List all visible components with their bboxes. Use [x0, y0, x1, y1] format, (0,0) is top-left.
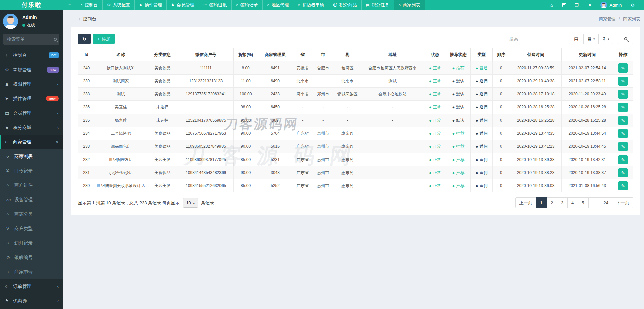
breadcrumb-merchant-list[interactable]: 商家列表 [623, 17, 640, 21]
topnav-item-sign-progress[interactable]: ⋯签约进度 [199, 0, 231, 10]
user-menu[interactable]: Admin [596, 2, 626, 8]
detail-view-button[interactable]: ▤ [569, 34, 584, 44]
sidebar-item-merchant-category[interactable]: ○商家分类 [0, 207, 63, 221]
topnav-item-points-goods[interactable]: Ⓟ积分商品 [329, 0, 361, 10]
sidebar-item-coupon[interactable]: ⚑优惠券‹ [0, 294, 63, 308]
status-label: 推荐 [456, 65, 464, 70]
sidebar-item-device[interactable]: AD设备管理 [0, 192, 63, 207]
edit-button[interactable]: ✎ [618, 63, 628, 73]
sidebar-item-label: 商家申请 [14, 269, 33, 275]
cell-admin_id: 5704 [258, 127, 292, 140]
page-5[interactable]: 5 [578, 197, 589, 208]
cell-action: ✎ [613, 127, 633, 140]
sidebar-item-points-mall[interactable]: ★积分商城‹ [0, 120, 63, 135]
cell-province: - [292, 101, 313, 114]
sidebar-item-merchant-entry[interactable]: ○商户进件 [0, 178, 63, 192]
settings-gears-icon[interactable]: ⚙ [626, 0, 639, 10]
breadcrumb-merchant-management[interactable]: 商家管理 [599, 17, 616, 21]
status-dot-icon: ● [452, 92, 455, 97]
circle-icon: ○ [298, 3, 300, 7]
topnav-item-member[interactable]: ♟会员管理 [166, 0, 199, 10]
page-2[interactable]: 2 [547, 197, 557, 208]
sidebar-item-dashboard[interactable]: ◔控制台hot [0, 48, 63, 62]
table-row-231: 231小茶里奶茶店美食饮品10984144354348236990.003048… [78, 166, 633, 179]
edit-button[interactable]: ✎ [618, 77, 628, 86]
sidebar-item-member[interactable]: ▤会员管理‹ [0, 106, 63, 120]
status-dot-icon: ● [452, 170, 455, 175]
status-label: 推荐 [456, 131, 464, 136]
sidebar-item-permission[interactable]: ♟权限管理‹ [0, 77, 63, 91]
edit-button[interactable]: ✎ [618, 129, 628, 138]
sidebar-toggle-button[interactable]: ≡ [63, 0, 76, 10]
top-navigation: ≡ ◔控制台⚙系统配置➤插件管理♟会员管理⋯签约进度○签约记录○地区代理○拓店者… [63, 0, 425, 10]
page-next[interactable]: 下一页 [612, 197, 633, 208]
toolbar-right: ▤ ▦▾ ↧▾ [506, 34, 633, 44]
topnav-item-label: 签约记录 [240, 2, 258, 8]
export-button[interactable]: ↧▾ [598, 34, 613, 44]
fullscreen-icon[interactable]: ✕ [583, 0, 597, 10]
column-header-type: 类型 [471, 48, 493, 61]
sidebar-item-general[interactable]: ⚙常规管理new [0, 62, 63, 77]
sidebar-item-plugin[interactable]: ➤插件管理new [0, 91, 63, 106]
column-header-address: 地址 [361, 48, 424, 61]
app-logo[interactable]: 付乐啦 [0, 0, 63, 10]
trash-icon[interactable] [558, 0, 570, 10]
topnav-item-region-agent[interactable]: ○地区代理 [262, 0, 293, 10]
caret-down-icon: ▾ [593, 37, 595, 41]
page-4[interactable]: 4 [567, 197, 578, 208]
edit-button[interactable]: ✎ [618, 168, 628, 177]
column-header-discount: 折扣(%) [234, 48, 258, 61]
cell-address [361, 140, 424, 153]
table-search-input[interactable] [506, 34, 563, 44]
sidebar-item-order[interactable]: ○订单管理‹ [0, 279, 63, 294]
topnav-item-dashboard[interactable]: ◔控制台 [76, 0, 102, 10]
sidebar-item-merchant-type[interactable]: V商户类型 [0, 221, 63, 236]
page-3[interactable]: 3 [557, 197, 568, 208]
menu-search-button[interactable] [54, 37, 57, 42]
refresh-button[interactable]: ↻ [78, 34, 91, 44]
table-row-232: 232世纪阁理发店美容美发11098600937817702585.005231… [78, 153, 633, 166]
sidebar-item-merchant[interactable]: ○商家管理∨ [0, 135, 63, 149]
page-24[interactable]: 24 [600, 197, 612, 208]
sidebar-item-merchant-apply[interactable]: ○商家申请 [0, 265, 63, 279]
sidebar-item-label: 优惠券 [13, 298, 27, 304]
cell-wechat_no: 120757566782717953 [178, 127, 234, 140]
cell-type: ●返佣 [471, 179, 493, 192]
topnav-item-sign-record[interactable]: ○签约记录 [231, 0, 262, 10]
cell-updated_at: 2021-02-07 22:58:11 [561, 75, 613, 88]
topnav-item-system-config[interactable]: ⚙系统配置 [102, 0, 134, 10]
search-button[interactable] [618, 34, 633, 44]
cell-county: 惠东县 [333, 179, 361, 192]
edit-button[interactable]: ✎ [618, 90, 628, 99]
topnav-item-merchant-list[interactable]: ○商家列表 [394, 0, 425, 10]
page-1[interactable]: 1 [536, 197, 547, 208]
cell-status: ●正常 [424, 140, 446, 153]
status-label: 正常 [433, 92, 441, 96]
cell-recommend: ●推荐 [446, 61, 471, 75]
edit-button[interactable]: ✎ [618, 155, 628, 164]
topnav-item-plugin[interactable]: ➤插件管理 [134, 0, 166, 10]
sidebar-item-slide-record[interactable]: ○幻灯记录 [0, 236, 63, 250]
cell-address [361, 179, 424, 192]
edit-button[interactable]: ✎ [618, 181, 628, 190]
sidebar-item-password-record[interactable]: ¥口令记录 [0, 164, 63, 178]
sidebar-item-unionpay-no[interactable]: ⊙银联编号 [0, 250, 63, 265]
page-prev[interactable]: 上一页 [515, 197, 536, 208]
home-icon[interactable]: ⌂ [546, 0, 558, 10]
status-label: 推荐 [456, 144, 464, 149]
columns-button[interactable]: ▦▾ [583, 34, 599, 44]
page-size-dropdown[interactable]: 10▴ [183, 198, 198, 208]
edit-button[interactable]: ✎ [618, 116, 628, 125]
sidebar-item-merchant-list[interactable]: ○商家列表 [0, 149, 63, 164]
add-button[interactable]: +添加 [93, 34, 115, 44]
cell-wechat_no: 129137735172063241 [178, 88, 234, 101]
menu-search-input[interactable] [3, 34, 59, 45]
edit-button[interactable]: ✎ [618, 103, 628, 112]
merchant-admin-screen: 付乐啦 ≡ ◔控制台⚙系统配置➤插件管理♟会员管理⋯签约进度○签约记录○地区代理… [0, 0, 644, 309]
topnav-item-shop-developer-apply[interactable]: ○拓店者申请 [293, 0, 328, 10]
topnav-item-points-task[interactable]: ▤积分任务 [361, 0, 394, 10]
edit-button[interactable]: ✎ [618, 142, 628, 151]
cell-category: 美食饮品 [147, 75, 178, 88]
copy-icon[interactable]: ❐ [570, 0, 583, 10]
status-dot-icon: ● [452, 157, 455, 162]
